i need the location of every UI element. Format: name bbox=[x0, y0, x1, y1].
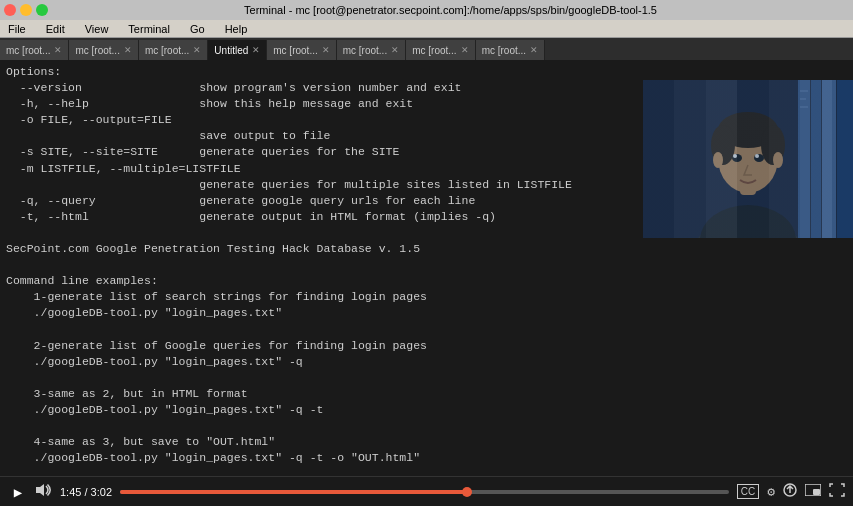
maximize-button[interactable] bbox=[36, 4, 48, 16]
tab-7[interactable]: mc [root...✕ bbox=[476, 40, 545, 60]
tab-untitled[interactable]: Untitled✕ bbox=[208, 40, 267, 60]
pip-button[interactable] bbox=[805, 484, 821, 499]
tab-close-5[interactable]: ✕ bbox=[391, 45, 399, 55]
menu-go[interactable]: Go bbox=[186, 23, 209, 35]
tab-close-6[interactable]: ✕ bbox=[461, 45, 469, 55]
tab-close-7[interactable]: ✕ bbox=[530, 45, 538, 55]
progress-bar[interactable] bbox=[120, 490, 729, 494]
captions-button[interactable]: CC bbox=[737, 484, 759, 499]
share-icon bbox=[783, 483, 797, 497]
tab-0[interactable]: mc [root...✕ bbox=[0, 40, 69, 60]
tab-6[interactable]: mc [root...✕ bbox=[406, 40, 475, 60]
close-button[interactable] bbox=[4, 4, 16, 16]
tab-close-2[interactable]: ✕ bbox=[193, 45, 201, 55]
menu-edit[interactable]: Edit bbox=[42, 23, 69, 35]
fullscreen-button[interactable] bbox=[829, 483, 845, 500]
tab-close-4[interactable]: ✕ bbox=[322, 45, 330, 55]
tab-2[interactable]: mc [root...✕ bbox=[139, 40, 208, 60]
title-bar: Terminal - mc [root@penetrator.secpoint.… bbox=[0, 0, 853, 20]
webcam-video bbox=[643, 80, 853, 238]
menu-bar: File Edit View Terminal Go Help bbox=[0, 20, 853, 38]
control-bar: ▶ 1:45 / 3:02 CC ⚙ bbox=[0, 476, 853, 506]
menu-help[interactable]: Help bbox=[221, 23, 252, 35]
progress-thumb bbox=[462, 487, 472, 497]
svg-marker-21 bbox=[36, 484, 44, 496]
main-area: Options: --version show program's versio… bbox=[0, 60, 853, 476]
background-books bbox=[643, 80, 853, 238]
fullscreen-icon bbox=[829, 483, 845, 497]
play-button[interactable]: ▶ bbox=[8, 484, 28, 500]
tab-close-0[interactable]: ✕ bbox=[54, 45, 62, 55]
tab-bar: mc [root...✕ mc [root...✕ mc [root...✕ U… bbox=[0, 38, 853, 60]
pip-icon bbox=[805, 484, 821, 496]
time-display: 1:45 / 3:02 bbox=[60, 486, 112, 498]
menu-view[interactable]: View bbox=[81, 23, 113, 35]
volume-icon bbox=[36, 484, 52, 496]
menu-terminal[interactable]: Terminal bbox=[124, 23, 174, 35]
share-button[interactable] bbox=[783, 483, 797, 500]
settings-button[interactable]: ⚙ bbox=[767, 484, 775, 499]
svg-rect-24 bbox=[813, 489, 820, 495]
window-title: Terminal - mc [root@penetrator.secpoint.… bbox=[52, 4, 849, 16]
menu-file[interactable]: File bbox=[4, 23, 30, 35]
volume-button[interactable] bbox=[36, 484, 52, 499]
tab-4[interactable]: mc [root...✕ bbox=[267, 40, 336, 60]
tab-close-3[interactable]: ✕ bbox=[252, 45, 260, 55]
tab-close-1[interactable]: ✕ bbox=[124, 45, 132, 55]
tab-1[interactable]: mc [root...✕ bbox=[69, 40, 138, 60]
progress-fill bbox=[120, 490, 467, 494]
minimize-button[interactable] bbox=[20, 4, 32, 16]
tab-5[interactable]: mc [root...✕ bbox=[337, 40, 406, 60]
webcam-overlay bbox=[643, 80, 853, 238]
